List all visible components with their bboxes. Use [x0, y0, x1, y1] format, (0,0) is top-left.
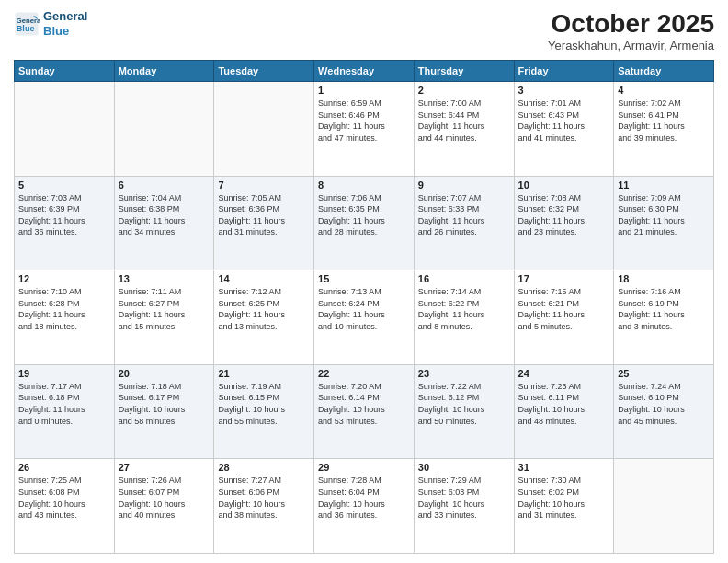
day-info: Sunrise: 7:10 AM Sunset: 6:28 PM Dayligh…: [18, 286, 110, 332]
day-number: 14: [218, 273, 310, 284]
header-row: SundayMondayTuesdayWednesdayThursdayFrid…: [15, 61, 714, 82]
logo-icon: General Blue: [14, 11, 40, 37]
month-title: October 2025: [548, 9, 714, 39]
day-info: Sunrise: 7:24 AM Sunset: 6:10 PM Dayligh…: [618, 381, 710, 427]
day-info: Sunrise: 7:20 AM Sunset: 6:14 PM Dayligh…: [318, 381, 410, 427]
calendar-cell: 27Sunrise: 7:26 AM Sunset: 6:07 PM Dayli…: [114, 459, 214, 554]
calendar-cell: 16Sunrise: 7:14 AM Sunset: 6:22 PM Dayli…: [414, 270, 514, 365]
calendar-cell: 30Sunrise: 7:29 AM Sunset: 6:03 PM Dayli…: [414, 459, 514, 554]
calendar-cell: 1Sunrise: 6:59 AM Sunset: 6:46 PM Daylig…: [314, 82, 415, 177]
calendar-cell: [214, 82, 314, 177]
calendar-cell: 3Sunrise: 7:01 AM Sunset: 6:43 PM Daylig…: [514, 82, 614, 177]
calendar-cell: 2Sunrise: 7:00 AM Sunset: 6:44 PM Daylig…: [414, 82, 514, 177]
day-info: Sunrise: 7:16 AM Sunset: 6:19 PM Dayligh…: [618, 286, 710, 332]
svg-text:Blue: Blue: [17, 24, 35, 33]
day-info: Sunrise: 7:03 AM Sunset: 6:39 PM Dayligh…: [18, 192, 110, 238]
calendar-cell: 29Sunrise: 7:28 AM Sunset: 6:04 PM Dayli…: [314, 459, 415, 554]
calendar-cell: 7Sunrise: 7:05 AM Sunset: 6:36 PM Daylig…: [214, 176, 314, 270]
day-info: Sunrise: 7:17 AM Sunset: 6:18 PM Dayligh…: [18, 381, 110, 427]
logo-text-line2: Blue: [43, 24, 87, 39]
week-row-5: 26Sunrise: 7:25 AM Sunset: 6:08 PM Dayli…: [15, 459, 714, 554]
calendar-cell: 9Sunrise: 7:07 AM Sunset: 6:33 PM Daylig…: [414, 176, 514, 270]
day-info: Sunrise: 7:00 AM Sunset: 6:44 PM Dayligh…: [418, 98, 510, 144]
calendar-cell: 21Sunrise: 7:19 AM Sunset: 6:15 PM Dayli…: [214, 364, 314, 459]
day-info: Sunrise: 7:26 AM Sunset: 6:07 PM Dayligh…: [119, 475, 210, 521]
day-info: Sunrise: 7:28 AM Sunset: 6:04 PM Dayligh…: [318, 475, 410, 521]
day-info: Sunrise: 7:30 AM Sunset: 6:02 PM Dayligh…: [518, 475, 610, 521]
day-info: Sunrise: 6:59 AM Sunset: 6:46 PM Dayligh…: [318, 98, 410, 144]
subtitle: Yeraskhahun, Armavir, Armenia: [548, 39, 714, 52]
day-number: 2: [418, 85, 510, 96]
day-header-thursday: Thursday: [414, 61, 514, 82]
day-info: Sunrise: 7:27 AM Sunset: 6:06 PM Dayligh…: [218, 475, 310, 521]
day-info: Sunrise: 7:09 AM Sunset: 6:30 PM Dayligh…: [618, 192, 710, 238]
day-header-friday: Friday: [514, 61, 614, 82]
day-header-monday: Monday: [114, 61, 214, 82]
day-number: 23: [418, 368, 510, 379]
calendar-cell: 10Sunrise: 7:08 AM Sunset: 6:32 PM Dayli…: [514, 176, 614, 270]
calendar-cell: 20Sunrise: 7:18 AM Sunset: 6:17 PM Dayli…: [114, 364, 214, 459]
day-number: 20: [119, 368, 210, 379]
calendar-cell: 22Sunrise: 7:20 AM Sunset: 6:14 PM Dayli…: [314, 364, 415, 459]
day-info: Sunrise: 7:08 AM Sunset: 6:32 PM Dayligh…: [518, 192, 610, 238]
day-info: Sunrise: 7:11 AM Sunset: 6:27 PM Dayligh…: [119, 286, 210, 332]
calendar-cell: 17Sunrise: 7:15 AM Sunset: 6:21 PM Dayli…: [514, 270, 614, 365]
day-number: 1: [318, 85, 410, 96]
day-info: Sunrise: 7:12 AM Sunset: 6:25 PM Dayligh…: [218, 286, 310, 332]
calendar-cell: 24Sunrise: 7:23 AM Sunset: 6:11 PM Dayli…: [514, 364, 614, 459]
day-info: Sunrise: 7:14 AM Sunset: 6:22 PM Dayligh…: [418, 286, 510, 332]
title-section: October 2025 Yeraskhahun, Armavir, Armen…: [548, 9, 714, 52]
day-number: 7: [218, 179, 310, 190]
day-number: 26: [18, 462, 110, 473]
calendar-cell: [614, 459, 714, 554]
day-info: Sunrise: 7:07 AM Sunset: 6:33 PM Dayligh…: [418, 192, 510, 238]
day-info: Sunrise: 7:25 AM Sunset: 6:08 PM Dayligh…: [18, 475, 110, 521]
calendar-cell: [15, 82, 115, 177]
day-number: 4: [618, 85, 710, 96]
calendar-cell: 18Sunrise: 7:16 AM Sunset: 6:19 PM Dayli…: [614, 270, 714, 365]
day-number: 18: [618, 273, 710, 284]
day-number: 5: [18, 179, 110, 190]
day-info: Sunrise: 7:13 AM Sunset: 6:24 PM Dayligh…: [318, 286, 410, 332]
calendar-cell: 11Sunrise: 7:09 AM Sunset: 6:30 PM Dayli…: [614, 176, 714, 270]
day-number: 27: [119, 462, 210, 473]
day-info: Sunrise: 7:18 AM Sunset: 6:17 PM Dayligh…: [119, 381, 210, 427]
logo: General Blue General Blue: [14, 9, 87, 38]
day-number: 16: [418, 273, 510, 284]
day-number: 11: [618, 179, 710, 190]
day-info: Sunrise: 7:22 AM Sunset: 6:12 PM Dayligh…: [418, 381, 510, 427]
calendar-cell: 6Sunrise: 7:04 AM Sunset: 6:38 PM Daylig…: [114, 176, 214, 270]
day-info: Sunrise: 7:06 AM Sunset: 6:35 PM Dayligh…: [318, 192, 410, 238]
day-number: 24: [518, 368, 610, 379]
calendar-cell: 25Sunrise: 7:24 AM Sunset: 6:10 PM Dayli…: [614, 364, 714, 459]
page: General Blue General Blue October 2025 Y…: [0, 0, 728, 563]
day-number: 19: [18, 368, 110, 379]
day-info: Sunrise: 7:04 AM Sunset: 6:38 PM Dayligh…: [119, 192, 210, 238]
week-row-4: 19Sunrise: 7:17 AM Sunset: 6:18 PM Dayli…: [15, 364, 714, 459]
calendar-cell: 13Sunrise: 7:11 AM Sunset: 6:27 PM Dayli…: [114, 270, 214, 365]
day-info: Sunrise: 7:05 AM Sunset: 6:36 PM Dayligh…: [218, 192, 310, 238]
day-number: 12: [18, 273, 110, 284]
day-number: 9: [418, 179, 510, 190]
day-header-tuesday: Tuesday: [214, 61, 314, 82]
day-number: 22: [318, 368, 410, 379]
day-info: Sunrise: 7:29 AM Sunset: 6:03 PM Dayligh…: [418, 475, 510, 521]
day-info: Sunrise: 7:01 AM Sunset: 6:43 PM Dayligh…: [518, 98, 610, 144]
day-number: 15: [318, 273, 410, 284]
day-number: 6: [119, 179, 210, 190]
calendar-table: SundayMondayTuesdayWednesdayThursdayFrid…: [14, 60, 714, 554]
day-number: 29: [318, 462, 410, 473]
calendar-cell: 8Sunrise: 7:06 AM Sunset: 6:35 PM Daylig…: [314, 176, 415, 270]
day-number: 10: [518, 179, 610, 190]
day-info: Sunrise: 7:23 AM Sunset: 6:11 PM Dayligh…: [518, 381, 610, 427]
day-info: Sunrise: 7:19 AM Sunset: 6:15 PM Dayligh…: [218, 381, 310, 427]
logo-text-line1: General: [43, 9, 87, 24]
calendar-cell: 14Sunrise: 7:12 AM Sunset: 6:25 PM Dayli…: [214, 270, 314, 365]
calendar-cell: 26Sunrise: 7:25 AM Sunset: 6:08 PM Dayli…: [15, 459, 115, 554]
calendar-cell: 12Sunrise: 7:10 AM Sunset: 6:28 PM Dayli…: [15, 270, 115, 365]
calendar-cell: [114, 82, 214, 177]
day-number: 31: [518, 462, 610, 473]
week-row-1: 1Sunrise: 6:59 AM Sunset: 6:46 PM Daylig…: [15, 82, 714, 177]
day-number: 13: [119, 273, 210, 284]
calendar-cell: 5Sunrise: 7:03 AM Sunset: 6:39 PM Daylig…: [15, 176, 115, 270]
